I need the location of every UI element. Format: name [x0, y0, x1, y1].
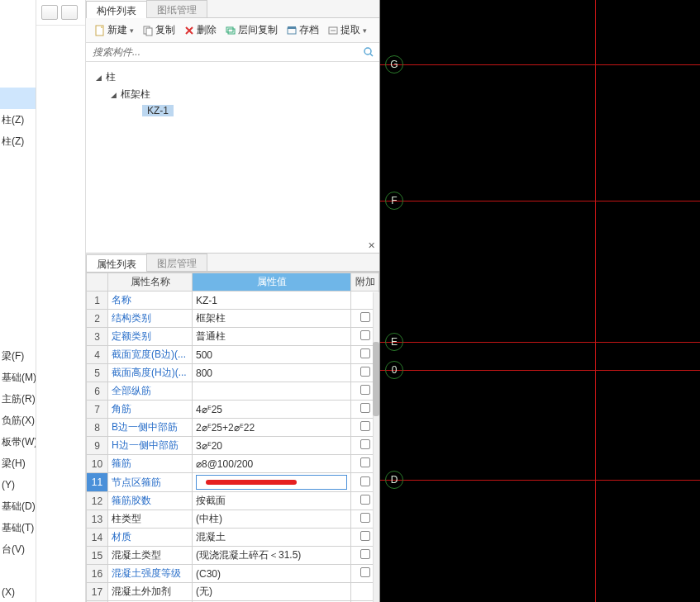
table-row[interactable]: 9H边一侧中部筋3⌀ᴱ20: [87, 437, 379, 455]
property-value[interactable]: (C30): [193, 565, 351, 583]
category-item[interactable]: [0, 23, 36, 45]
category-item[interactable]: [0, 238, 36, 259]
category-item[interactable]: [0, 302, 36, 324]
category-item[interactable]: 基础(D): [0, 495, 36, 517]
attribute-grid[interactable]: 属性名称 属性值 附加 1名称KZ-12结构类别框架柱3定额类别普通柱4截面宽度…: [86, 273, 379, 602]
category-item[interactable]: [0, 88, 36, 109]
checkbox[interactable]: [360, 421, 370, 431]
table-row[interactable]: 12箍筋胶数按截面: [87, 492, 379, 510]
scrollbar-track[interactable]: [373, 292, 379, 602]
checkbox[interactable]: [360, 513, 370, 523]
category-item[interactable]: 板带(W): [0, 431, 36, 453]
table-row[interactable]: 11节点区箍筋: [87, 473, 379, 492]
view-grid-icon[interactable]: [61, 5, 78, 20]
property-value[interactable]: (中柱): [193, 510, 351, 529]
component-tree[interactable]: ◢ 柱 ◢ 框架柱 KZ-1: [86, 62, 379, 125]
search-input[interactable]: [86, 43, 379, 61]
table-row[interactable]: 4截面宽度(B边)(...500: [87, 346, 379, 364]
table-row[interactable]: 13柱类型(中柱): [87, 510, 379, 529]
property-value[interactable]: 按截面: [193, 492, 351, 510]
table-row[interactable]: 7角筋4⌀ᴱ25: [87, 401, 379, 419]
new-button[interactable]: 新建▾: [91, 21, 137, 39]
layer-copy-button[interactable]: 层间复制: [221, 21, 281, 39]
tab-layer-manage[interactable]: 图层管理: [146, 254, 207, 271]
checkbox[interactable]: [360, 531, 370, 541]
table-row[interactable]: 3定额类别普通柱: [87, 328, 379, 346]
table-row[interactable]: 17混凝土外加剂(无): [87, 583, 379, 601]
copy-button[interactable]: 复制: [139, 21, 179, 39]
category-item[interactable]: 主筋(R): [0, 388, 36, 410]
checkbox[interactable]: [360, 367, 370, 377]
tab-component-list[interactable]: 构件列表: [86, 1, 147, 18]
property-value[interactable]: 框架柱: [193, 310, 351, 328]
search-icon[interactable]: [363, 46, 374, 60]
category-item[interactable]: (Y): [0, 474, 36, 495]
checkbox[interactable]: [360, 476, 370, 486]
table-row[interactable]: 10箍筋⌀8@100/200: [87, 455, 379, 473]
table-row[interactable]: 14材质混凝土: [87, 529, 379, 547]
tab-drawing-manage[interactable]: 图纸管理: [146, 0, 207, 17]
property-value[interactable]: (现浇混凝土碎石＜31.5): [193, 547, 351, 565]
checkbox[interactable]: [360, 439, 370, 449]
category-item[interactable]: [0, 560, 36, 581]
checkbox[interactable]: [360, 403, 370, 413]
category-item[interactable]: [0, 281, 36, 302]
property-value[interactable]: (无): [193, 583, 351, 601]
category-item[interactable]: (X): [0, 581, 36, 602]
category-item[interactable]: [0, 324, 36, 345]
checkbox[interactable]: [360, 312, 370, 322]
table-row[interactable]: 8B边一侧中部筋2⌀ᴱ25+2⌀ᴱ22: [87, 419, 379, 437]
tab-attribute-list[interactable]: 属性列表: [86, 254, 147, 272]
property-value[interactable]: 4⌀ᴱ25: [193, 401, 351, 419]
property-value[interactable]: 500: [193, 346, 351, 364]
cad-viewport[interactable]: GFE0D: [380, 0, 700, 602]
scrollbar-thumb[interactable]: [373, 342, 379, 416]
tree-node-leaf[interactable]: KZ-1: [94, 103, 371, 118]
category-item[interactable]: [0, 195, 36, 216]
collapse-icon[interactable]: ◢: [94, 73, 102, 82]
table-row[interactable]: 6全部纵筋: [87, 382, 379, 401]
property-value[interactable]: 混凝土: [193, 529, 351, 547]
property-value[interactable]: 3⌀ᴱ20: [193, 437, 351, 455]
category-item[interactable]: [0, 152, 36, 173]
category-item[interactable]: 台(V): [0, 538, 36, 560]
close-icon[interactable]: ✕: [365, 240, 378, 251]
checkbox[interactable]: [360, 348, 370, 358]
category-item[interactable]: [0, 216, 36, 238]
property-value[interactable]: ⌀8@100/200: [193, 455, 351, 473]
property-value[interactable]: 800: [193, 364, 351, 382]
table-row[interactable]: 2结构类别框架柱: [87, 310, 379, 328]
table-row[interactable]: 5截面高度(H边)(...800: [87, 364, 379, 382]
tree-node-child[interactable]: ◢ 框架柱: [94, 86, 371, 103]
category-item[interactable]: 负筋(X): [0, 410, 36, 431]
category-item[interactable]: 梁(F): [0, 345, 36, 367]
property-value[interactable]: 普通柱: [193, 328, 351, 346]
category-item[interactable]: 基础(T): [0, 517, 36, 538]
checkbox[interactable]: [360, 330, 370, 340]
category-item[interactable]: 基础(M): [0, 367, 36, 388]
extract-button[interactable]: 提取▾: [324, 21, 370, 39]
category-item[interactable]: [0, 66, 36, 88]
tree-node-root[interactable]: ◢ 柱: [94, 69, 371, 86]
collapse-icon[interactable]: ◢: [109, 91, 117, 99]
category-item[interactable]: [0, 259, 36, 281]
delete-button[interactable]: 删除: [180, 21, 220, 39]
archive-button[interactable]: 存档: [283, 21, 322, 39]
category-item[interactable]: 柱(Z): [0, 130, 36, 152]
property-value[interactable]: KZ-1: [193, 292, 351, 310]
view-list-icon[interactable]: [41, 5, 58, 20]
checkbox[interactable]: [360, 549, 370, 559]
checkbox[interactable]: [360, 495, 370, 505]
property-value[interactable]: [193, 382, 351, 401]
property-value[interactable]: 2⌀ᴱ25+2⌀ᴱ22: [193, 419, 351, 437]
property-value[interactable]: [193, 473, 351, 492]
table-row[interactable]: 1名称KZ-1: [87, 292, 379, 310]
table-row[interactable]: 15混凝土类型(现浇混凝土碎石＜31.5): [87, 547, 379, 565]
checkbox[interactable]: [360, 457, 370, 467]
category-item[interactable]: [0, 173, 36, 195]
checkbox[interactable]: [360, 567, 370, 577]
category-item[interactable]: 柱(Z): [0, 109, 36, 130]
checkbox[interactable]: [360, 385, 370, 395]
table-row[interactable]: 16混凝土强度等级(C30): [87, 565, 379, 583]
category-item[interactable]: [0, 45, 36, 66]
